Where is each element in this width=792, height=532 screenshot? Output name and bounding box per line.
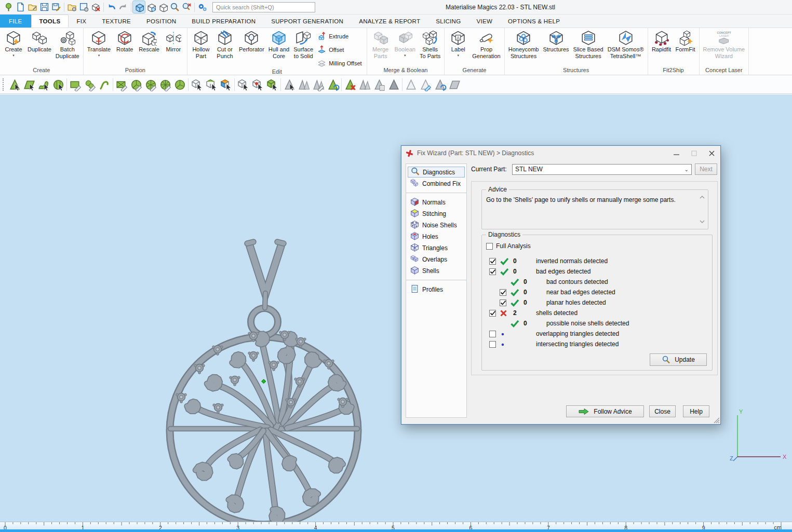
update-marked-tool-icon[interactable] <box>433 77 447 92</box>
select-subpart-tool-icon[interactable] <box>204 77 219 92</box>
diagnostic-checkbox[interactable] <box>489 341 496 348</box>
ribbon-batch-duplicate-button[interactable]: Batch Duplicate <box>53 29 82 65</box>
fixwizard-page-shells[interactable]: Shells <box>408 265 465 276</box>
filter-planes-tool-icon[interactable] <box>297 77 311 92</box>
clear-marking-tool-icon[interactable] <box>343 77 357 92</box>
fixwizard-page-diagnostics[interactable]: Diagnostics <box>408 167 465 178</box>
ribbon-milling-offset-button[interactable]: Milling Offset <box>317 58 361 68</box>
tab-options-help[interactable]: OPTIONS & HELP <box>500 15 568 28</box>
wheel-selection-tool-icon[interactable] <box>158 77 172 92</box>
refresh-marking-tool-icon[interactable] <box>326 77 340 92</box>
diagnostic-checkbox[interactable] <box>489 258 496 265</box>
lasso-selection-tool-icon[interactable] <box>129 77 143 92</box>
ribbon-slice-based-structures-button[interactable]: Slice Based Structures <box>571 29 606 65</box>
select-box-tool-icon[interactable] <box>236 77 250 92</box>
profile-selection-tool-icon[interactable] <box>97 77 112 92</box>
diagnostic-checkbox[interactable] <box>489 331 496 337</box>
mark-planes-tool-icon[interactable] <box>22 77 36 92</box>
pendant-model[interactable] <box>156 224 374 532</box>
marked-planes-tool-icon[interactable] <box>447 77 462 92</box>
spider-selection-tool-icon[interactable] <box>143 77 158 92</box>
scroll-up-icon[interactable] <box>700 195 705 200</box>
next-button[interactable]: Next <box>695 163 717 175</box>
tab-fix[interactable]: FIX <box>69 15 94 28</box>
new-scene-icon[interactable] <box>15 1 26 13</box>
tab-slicing[interactable]: SLICING <box>428 15 468 28</box>
invert-marking-tool-icon[interactable] <box>357 77 372 92</box>
quick-search-input[interactable] <box>212 2 315 12</box>
unzoom-icon[interactable] <box>181 1 193 13</box>
ribbon-merge-parts-button[interactable]: Merge Parts <box>369 29 393 65</box>
mark-triangles-tool-icon[interactable] <box>7 77 22 92</box>
ribbon-create-button[interactable]: Create▾ <box>2 29 25 65</box>
tab-build-preparation[interactable]: BUILD PREPARATION <box>184 15 263 28</box>
toolbar-drag-handle[interactable] <box>3 78 5 91</box>
ribbon-mirror-button[interactable]: Mirror <box>162 29 185 65</box>
show-marked-tool-icon[interactable] <box>404 77 418 92</box>
dialog-maximize-button[interactable] <box>685 146 703 160</box>
dialog-minimize-button[interactable] <box>667 146 685 160</box>
view-box-icon[interactable] <box>157 1 169 13</box>
ribbon-cut-or-punch-button[interactable]: Cut or Punch <box>213 29 237 65</box>
resize-grip[interactable] <box>713 416 720 424</box>
ribbon-perforator-button[interactable]: Perforator <box>237 29 266 65</box>
ribbon-offset-button[interactable]: Offset <box>317 45 361 54</box>
hide-marked-tool-icon[interactable] <box>386 77 401 92</box>
brush-selection-tool-icon[interactable] <box>83 77 97 92</box>
full-analysis-checkbox[interactable] <box>486 243 493 250</box>
ribbon-dsm-somos-tetrashell-button[interactable]: DSM Somos® TetraShell™ <box>606 29 646 65</box>
zoom-icon[interactable] <box>169 1 181 13</box>
ribbon-hull-and-core-button[interactable]: Hull and Core <box>266 29 291 65</box>
view-sphere-icon[interactable] <box>145 1 157 13</box>
filter-triangle-tool-icon[interactable] <box>282 77 297 92</box>
marking-report-tool-icon[interactable] <box>372 77 386 92</box>
load-project-icon[interactable] <box>66 1 78 13</box>
diagnostic-checkbox[interactable] <box>500 299 506 306</box>
save-as-icon[interactable] <box>50 1 62 13</box>
scroll-down-icon[interactable] <box>700 220 705 225</box>
ribbon-boolean-button[interactable]: Boolean▾ <box>393 29 418 65</box>
unload-all-icon[interactable] <box>90 1 102 13</box>
diagnostic-checkbox[interactable] <box>500 289 506 296</box>
diagnostic-checkbox[interactable] <box>489 310 496 317</box>
ribbon-remove-volume-wizard-button[interactable]: CONCEPTLASERRemove Volume Wizard <box>701 29 747 65</box>
settings-icon[interactable] <box>196 1 208 13</box>
fixwizard-page-stitching[interactable]: Stitching <box>408 208 465 219</box>
fixwizard-page-overlaps[interactable]: Overlaps <box>408 254 465 265</box>
select-shell-tool-icon[interactable] <box>265 77 279 92</box>
fixwizard-page-normals[interactable]: Normals <box>408 197 465 208</box>
tab-support-generation[interactable]: SUPPORT GENERATION <box>263 15 351 28</box>
tab-texture[interactable]: TEXTURE <box>94 15 139 28</box>
diagnostic-checkbox[interactable] <box>489 268 496 275</box>
ribbon-honeycomb-structures-button[interactable]: Honeycomb Structures <box>506 29 541 65</box>
window-selection-tool-icon[interactable] <box>114 77 129 92</box>
help-button[interactable]: Help <box>683 405 709 417</box>
fixwizard-page-combined-fix[interactable]: Combined Fix <box>408 178 465 189</box>
save-icon[interactable] <box>38 1 50 13</box>
redo-icon[interactable] <box>117 1 129 13</box>
tab-position[interactable]: POSITION <box>139 15 184 28</box>
select-core-tool-icon[interactable] <box>250 77 265 92</box>
ribbon-structures-button[interactable]: Structures <box>541 29 571 65</box>
filter-surfaces-tool-icon[interactable] <box>311 77 326 92</box>
current-part-dropdown[interactable]: STL NEW ⌄ <box>512 164 692 175</box>
close-button[interactable]: Close <box>649 405 676 417</box>
ribbon-label-button[interactable]: ALabel▾ <box>446 29 470 65</box>
save-project-icon[interactable] <box>78 1 90 13</box>
fixwizard-page-holes[interactable]: Holes <box>408 231 465 242</box>
edit-marked-tool-icon[interactable] <box>418 77 433 92</box>
magics-logo-icon[interactable] <box>3 1 15 13</box>
ribbon-prop-generation-button[interactable]: Prop Generation <box>470 29 502 65</box>
zoom-to-part-icon[interactable] <box>133 1 145 13</box>
fixwizard-page-noise-shells[interactable]: Noise Shells <box>408 220 465 230</box>
ribbon-surface-to-solid-button[interactable]: Surface to Solid <box>291 29 315 65</box>
update-button[interactable]: Update <box>650 353 707 366</box>
tab-tools[interactable]: TOOLS <box>31 15 69 28</box>
select-component-tool-icon[interactable] <box>219 77 233 92</box>
select-part-tool-icon[interactable] <box>190 77 204 92</box>
ribbon-extrude-button[interactable]: Extrude <box>317 31 361 41</box>
ribbon-hollow-part-button[interactable]: Hollow Part <box>189 29 213 65</box>
undo-icon[interactable] <box>105 1 117 13</box>
ribbon-rapidfit-button[interactable]: Rapidfit <box>650 29 674 65</box>
dialog-close-button[interactable] <box>703 146 720 160</box>
